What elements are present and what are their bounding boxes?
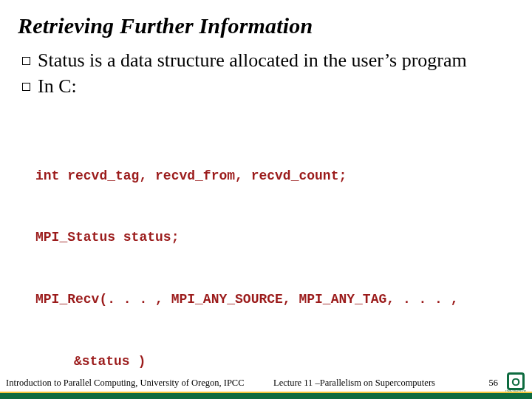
page-number: 56 bbox=[489, 378, 499, 389]
bullet-list: Status is a data structure allocated in … bbox=[22, 49, 514, 98]
slide-footer: Introduction to Parallel Computing, Univ… bbox=[0, 374, 532, 399]
code-block: int recvd_tag, recvd_from, recvd_count; … bbox=[35, 125, 507, 399]
slide-body: Retrieving Further Information Status is… bbox=[0, 0, 532, 399]
bullet-square-icon bbox=[22, 57, 30, 65]
bullet-text: In C: bbox=[38, 75, 514, 99]
footer-center-text: Lecture 11 –Parallelism on Supercomputer… bbox=[273, 378, 435, 389]
code-line: MPI_Status status; bbox=[35, 228, 507, 248]
bullet-text: Status is a data structure allocated in … bbox=[38, 49, 514, 73]
code-line: int recvd_tag, recvd_from, recvd_count; bbox=[35, 166, 507, 187]
bullet-square-icon bbox=[22, 83, 30, 91]
slide-title: Retrieving Further Information bbox=[18, 13, 514, 38]
code-line: MPI_Recv(. . . , MPI_ANY_SOURCE, MPI_ANY… bbox=[35, 290, 507, 310]
footer-left-text: Introduction to Parallel Computing, Univ… bbox=[6, 378, 245, 389]
footer-green-bar bbox=[0, 393, 532, 399]
logo-letter: O bbox=[507, 372, 525, 390]
bullet-item: Status is a data structure allocated in … bbox=[22, 49, 514, 73]
bullet-item: In C: bbox=[22, 75, 514, 99]
code-line: &status ) bbox=[35, 352, 507, 372]
